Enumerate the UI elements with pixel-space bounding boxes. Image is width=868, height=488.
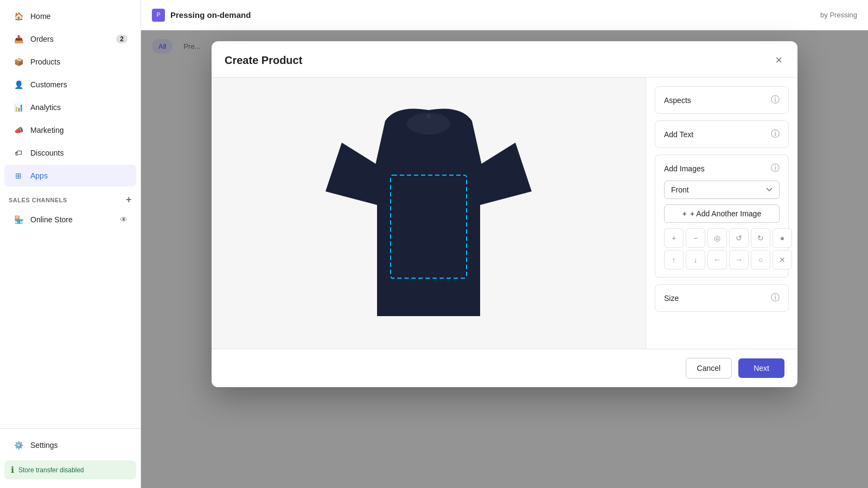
position-dropdown[interactable]: Front Back Left Sleeve Right Sleeve [664,181,780,199]
zoom-in-button[interactable]: + [664,228,684,248]
cancel-button[interactable]: Cancel [686,358,732,378]
orders-icon: 📥 [13,34,24,44]
discounts-icon: 🏷 [13,147,24,158]
tool-grid: +−◎↺↻●↑↓←→○✕ [664,228,780,269]
center-button[interactable]: ◎ [707,228,727,248]
add-images-header: Add Images ⓘ [664,163,780,174]
products-icon: 📦 [13,56,24,67]
next-button[interactable]: Next [738,358,784,378]
top-bar-left: P Pressing on-demand [152,9,251,22]
settings-icon: ⚙️ [13,440,24,451]
sidebar-item-analytics[interactable]: 📊 Analytics [4,97,136,118]
orders-label: Orders [30,35,110,43]
aspects-label: Aspects [664,96,691,105]
top-bar-right: by Pressing [820,11,857,19]
apps-icon: ⊞ [13,170,24,181]
rotate-cw-button[interactable]: ↻ [751,228,770,248]
sales-channels-label: SALES CHANNELS [9,197,67,203]
eye-icon[interactable]: 👁 [120,215,127,224]
add-text-info-icon: ⓘ [771,129,780,140]
svg-point-1 [426,114,431,119]
app-logo: P [152,9,165,22]
marketing-icon: 📣 [13,125,24,136]
move-right-button[interactable]: → [729,250,749,269]
add-images-info-icon: ⓘ [771,163,780,174]
analytics-icon: 📊 [13,102,24,113]
modal-footer: Cancel Next [212,349,797,387]
size-info-icon: ⓘ [771,292,780,304]
move-left-button[interactable]: ← [707,250,727,269]
modal-title: Create Product [225,54,302,67]
sidebar: 🏠 Home 📥 Orders 2 📦 Products 👤 Customers… [0,0,141,488]
online-store-label: Online Store [30,215,113,224]
tshirt-svg [326,109,532,317]
zoom-out-button[interactable]: − [686,228,705,248]
add-channel-icon[interactable]: + [126,194,132,206]
online-store-icon: 🏪 [13,214,24,225]
add-images-section: Add Images ⓘ Front Back Left Sleeve Righ… [655,155,789,278]
modal-header: Create Product × [212,41,797,78]
sidebar-item-apps[interactable]: ⊞ Apps [4,165,136,187]
analytics-label: Analytics [30,103,127,112]
move-down-button[interactable]: ↓ [686,250,705,269]
size-section[interactable]: Size ⓘ [655,284,789,312]
sidebar-item-home[interactable]: 🏠 Home [4,5,136,27]
add-another-image-label: + Add Another Image [690,209,761,218]
sidebar-item-settings[interactable]: ⚙️ Settings [4,434,136,456]
orders-badge: 2 [116,35,127,43]
add-images-label: Add Images [664,164,705,173]
tshirt-container [326,99,532,327]
app-title: Pressing on-demand [170,10,251,20]
customers-label: Customers [30,80,127,89]
settings-label: Settings [30,441,127,450]
home-icon: 🏠 [13,11,24,22]
remove-button[interactable]: ✕ [773,250,792,269]
apps-label: Apps [30,171,127,180]
circle-button[interactable]: ○ [751,250,770,269]
home-label: Home [30,12,127,21]
add-text-section[interactable]: Add Text ⓘ [655,120,789,148]
dot-button[interactable]: ● [773,228,792,248]
rotate-ccw-button[interactable]: ↺ [729,228,749,248]
sidebar-nav: 🏠 Home 📥 Orders 2 📦 Products 👤 Customers… [0,0,141,428]
customers-icon: 👤 [13,79,24,90]
main-area: P Pressing on-demand by Pressing All Pre… [141,0,868,488]
sidebar-item-products[interactable]: 📦 Products [4,51,136,73]
size-label: Size [664,294,679,303]
add-another-image-button[interactable]: + + Add Another Image [664,204,780,223]
sidebar-item-customers[interactable]: 👤 Customers [4,74,136,95]
aspects-info-icon: ⓘ [771,94,780,106]
sales-channels-header: SALES CHANNELS + [0,188,141,208]
plus-icon: + [682,209,687,218]
move-up-button[interactable]: ↑ [664,250,684,269]
content-area: All Pre... Create Product × [141,30,868,488]
sidebar-bottom: ⚙️ Settings ℹ Store transfer disabled [0,428,141,488]
marketing-label: Marketing [30,126,127,134]
right-panel: Aspects ⓘ Add Text ⓘ Add Images [646,78,797,349]
top-bar: P Pressing on-demand by Pressing [141,0,868,30]
modal-overlay: Create Product × [141,30,868,488]
product-preview [212,78,646,349]
info-icon: ℹ [11,465,14,475]
aspects-section[interactable]: Aspects ⓘ [655,86,789,114]
discounts-label: Discounts [30,149,127,157]
add-text-label: Add Text [664,130,693,139]
sidebar-item-orders[interactable]: 📥 Orders 2 [4,28,136,50]
products-label: Products [30,57,127,66]
modal-body: Aspects ⓘ Add Text ⓘ Add Images [212,78,797,349]
create-product-modal: Create Product × [212,41,797,387]
sidebar-item-online-store[interactable]: 🏪 Online Store 👁 [4,209,136,230]
store-transfer-label: Store transfer disabled [18,466,84,474]
sidebar-item-discounts[interactable]: 🏷 Discounts [4,142,136,164]
store-transfer-bar: ℹ Store transfer disabled [4,460,136,479]
by-label: by Pressing [820,11,857,19]
sidebar-item-marketing[interactable]: 📣 Marketing [4,119,136,141]
modal-close-button[interactable]: × [773,52,784,68]
